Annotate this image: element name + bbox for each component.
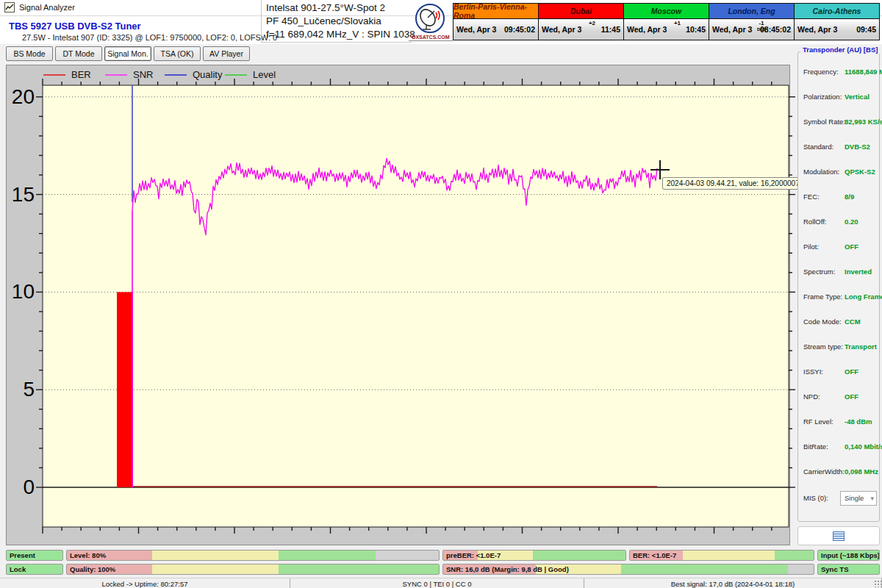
signal-bar-quality: Quality: 100% [66, 564, 440, 575]
signal-bar-label: BER: <1.0E-7 [633, 551, 676, 559]
y-axis-label-5: 5 [8, 377, 35, 402]
tp-field-label: Modulation: [803, 168, 839, 176]
tp-field-bitrate-: BitRate:0,140 Mbit/s [803, 442, 877, 453]
tp-field-label: FEC: [803, 193, 820, 201]
y-axis-label-20: 20 [8, 85, 35, 110]
mis-row: MIS (0): Single ▾ [803, 494, 877, 504]
window-title: Signal Analyzer [19, 3, 75, 12]
tab-tsa-ok-[interactable]: TSA (OK) [154, 46, 201, 61]
tp-field-value: 0.20 [845, 218, 858, 226]
clock-utc-offset: -1DST [757, 21, 766, 32]
statusbar-uptime: Locked -> Uptime: 80:27:57 [0, 578, 290, 588]
tp-field-label: ISSYI: [803, 368, 823, 376]
clock-date: Wed, Apr 3 [797, 25, 837, 34]
tp-field-label: Polarization: [803, 93, 842, 101]
tp-field-npd-: NPD:OFF [803, 392, 877, 403]
tp-field-label: Pilot: [803, 243, 819, 251]
clock-cairo-athens: Cairo-AthensWed, Apr 309:45 [795, 3, 880, 40]
signal-bar-label: preBER: <1.0E-7 [446, 551, 501, 559]
statusbar: Locked -> Uptime: 80:27:57 SYNC 0 | TEI … [0, 578, 882, 588]
tp-field-label: BitRate: [803, 442, 828, 451]
world-clocks: Berlin-Paris-Vienna-RomaWed, Apr 309:45:… [453, 3, 880, 40]
clock-date: Wed, Apr 3 [456, 25, 496, 34]
tp-field-value: OFF [845, 368, 858, 376]
legend-line-swatch [105, 74, 127, 76]
statusbar-sync-counts: SYNC 0 | TEI 0 | CC 0 [290, 578, 584, 588]
tp-field-value: 8/9 [845, 193, 854, 201]
clock-date: Wed, Apr 3 [542, 25, 581, 34]
chevron-down-icon: ▾ [870, 492, 874, 505]
mis-selected-value: Single [845, 494, 864, 502]
legend-line-swatch [225, 74, 247, 76]
legend-line-swatch [43, 74, 65, 76]
tp-field-value: 11688,849 MHz [845, 68, 882, 76]
tp-field-label: RollOff: [803, 218, 827, 226]
tp-field-value: Long Frame [845, 293, 882, 301]
tp-field-value: Inverted [845, 268, 872, 276]
tab-signal-mon-[interactable]: Signal Mon. [104, 46, 151, 61]
signal-bar-label: Lock [10, 565, 26, 573]
tp-field-value: OFF [845, 392, 858, 401]
clock-utc-offset: +2 [589, 21, 595, 26]
header-separator-vertical [261, 0, 262, 42]
tp-field-value: 0,140 Mbit/s [845, 442, 882, 451]
clock-body: Wed, Apr 311:45+2 [539, 19, 623, 40]
tp-field-label: Standard: [803, 143, 833, 151]
clock-time: 11:45 [601, 25, 620, 34]
tp-field-issyi-: ISSYI:OFF [803, 368, 877, 378]
signal-bar-label: SNR: 16,0 dB (Margin: 9,8 dB | Good) [446, 565, 569, 573]
tp-field-label: NPD: [803, 392, 820, 401]
signal-bar-label: Present [10, 551, 35, 559]
tp-field-value: Transport [845, 343, 877, 351]
clock-body: Wed, Apr 309:45 [795, 19, 879, 40]
tab-dt-mode[interactable]: DT Mode [55, 46, 102, 61]
save-icon [833, 531, 845, 541]
crosshair-cursor-vertical [659, 160, 661, 179]
tp-field-label: Code Mode: [803, 318, 842, 326]
mis-dropdown[interactable]: Single ▾ [840, 491, 877, 506]
signal-bar-preber: preBER: <1.0E-7 [442, 550, 626, 561]
tab-row: BS ModeDT ModeSignal Mon.TSA (OK)AV Play… [0, 44, 796, 65]
tp-field-pilot-: Pilot:OFF [803, 243, 877, 253]
resize-grip[interactable] [874, 580, 881, 587]
satellite-title: Intelsat 901-27.5°W-Spot 2 [266, 2, 385, 13]
signal-bar-label: Level: 80% [70, 551, 106, 559]
tp-field-label: RF Level: [803, 417, 833, 426]
plot-area[interactable] [35, 78, 796, 534]
tuner-details: 27.5W - Intelsat 907 (ID: 3325) @ LOF1: … [22, 33, 277, 42]
clock-time: 09:45 [856, 25, 876, 34]
save-button[interactable] [797, 526, 880, 545]
mis-label: MIS (0): [803, 494, 828, 502]
clock-body: Wed, Apr 309:45:02 [453, 19, 538, 40]
tab-av-player[interactable]: AV Player [203, 46, 250, 61]
signal-bar-label: Quality: 100% [70, 565, 115, 573]
tp-field-value: OFF [845, 243, 858, 251]
clock-london-eng: London, EngWed, Apr 308:45:02-1DST [709, 3, 795, 40]
tp-field-label: CarrierWidth: [803, 467, 845, 476]
signal-bar-ber: BER: <1.0E-7 [629, 550, 814, 561]
tp-field-label: Stream type: [803, 343, 843, 351]
clock-date: Wed, Apr 3 [712, 25, 752, 34]
signal-bar-snr: SNR: 16,0 dB (Margin: 9,8 dB | Good) [442, 564, 814, 575]
tp-field-value: Vertical [845, 93, 870, 101]
tp-field-label: Frame Type: [803, 293, 842, 301]
signal-bar-lock: Lock [6, 564, 63, 575]
clock-date: Wed, Apr 3 [627, 25, 667, 34]
clock-berlin-paris-vienna-roma: Berlin-Paris-Vienna-RomaWed, Apr 309:45:… [453, 3, 539, 40]
tp-field-value: QPSK-S2 [845, 168, 875, 176]
tp-field-standard-: Standard:DVB-S2 [803, 143, 877, 153]
tp-field-rolloff-: RollOff:0.20 [803, 218, 877, 228]
tab-bs-mode[interactable]: BS Mode [6, 46, 53, 61]
y-axis-label-0: 0 [8, 475, 35, 500]
y-axis-label-10: 10 [8, 279, 35, 304]
clock-time: 09:45:02 [504, 25, 535, 34]
clock-moscow: MoscowWed, Apr 310:45+1 [624, 3, 709, 40]
dxsatcs-logo: DXSATCS.COM [409, 4, 453, 43]
clock-dubai: DubaiWed, Apr 311:45+2 [539, 3, 624, 40]
tp-field-symbol-rate-: Symbol Rate:82,993 KS/s [803, 118, 877, 128]
tp-field-label: Spectrum: [803, 268, 835, 276]
tp-field-value: DVB-S2 [845, 143, 870, 151]
tp-field-value: 82,993 KS/s [845, 118, 882, 126]
tp-field-spectrum-: Spectrum:Inverted [803, 268, 877, 278]
legend-line-swatch [165, 74, 187, 76]
